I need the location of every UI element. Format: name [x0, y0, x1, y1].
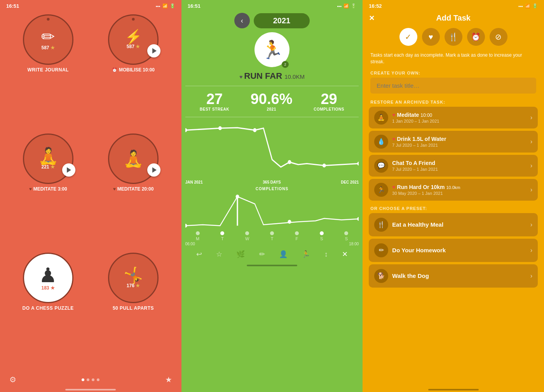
time-axis: 06:00 18:00 — [181, 242, 363, 246]
task-type-ban[interactable]: ⊘ — [490, 28, 507, 46]
habit-circle-chess: ♟ 183 ★ — [23, 253, 73, 303]
comp-dot — [235, 195, 239, 199]
meditate1-icon: 🧘 — [38, 148, 58, 164]
habit-pull-aparts[interactable]: 🤸 176 ★ 50 PULL APARTS — [93, 253, 173, 367]
archived-chat[interactable]: 💬 Chat To A Friend 7 Jul 2020 – 1 Jan 20… — [369, 155, 538, 177]
habit-circle-meditate2: 🧘 — [108, 134, 159, 184]
completions-area: COMPLETIONS — [181, 185, 363, 231]
journal-count: 587 ★ — [41, 45, 54, 50]
archived-meditate[interactable]: 🧘 ♥ Meditate 10:00 1 Jan 2020 – 1 Jan 20… — [369, 107, 538, 128]
habit-write-journal[interactable]: ✏ 587 ★ WRITE JOURNAL — [8, 14, 88, 129]
preset-dog-icon: 🐕 — [374, 269, 388, 283]
home-indicator-3 — [428, 389, 479, 390]
day-circle-w — [245, 231, 249, 235]
chevron-water: › — [530, 138, 532, 145]
mobilise-icon: ⚡ — [125, 30, 142, 44]
task-type-clock[interactable]: ⏰ — [467, 28, 485, 46]
add-task-title: Add Task — [436, 14, 471, 23]
chevron-eat: › — [530, 221, 532, 228]
day-circle-t2 — [270, 231, 274, 235]
time-left: 06:00 — [185, 242, 195, 246]
signal-icon-3: ▪▪▪ — [518, 4, 523, 9]
percent-label: 2021 — [251, 107, 293, 111]
panel-habits: 16:51 ▪▪▪ 📶 🔋 ✏ 587 ★ WRITE JOURNAL ⚡ 58… — [0, 0, 181, 392]
settings-icon[interactable]: ⚙ — [9, 375, 16, 384]
back-chevron: ‹ — [241, 17, 243, 25]
p2-header: ‹ 2021 — [181, 10, 363, 32]
run-badge: 2 — [282, 61, 289, 68]
create-own-label: CREATE YOUR OWN: — [363, 69, 544, 78]
preset-homework-icon: ✏ — [374, 243, 388, 257]
archived-chat-title: Chat To A Friend — [392, 160, 526, 166]
archived-run-title: ♥ Run Hard Or 10km 10.0km — [392, 184, 526, 190]
task-type-food[interactable]: 🍴 — [445, 28, 462, 46]
habit-circle-write-journal: ✏ 587 ★ — [23, 14, 73, 65]
page-dots — [82, 378, 99, 381]
chart-dot — [253, 128, 256, 132]
play-button-meditate1[interactable] — [62, 163, 75, 177]
play-triangle — [67, 167, 71, 173]
preset-label: OR CHOOSE A PRESET: — [363, 205, 544, 213]
streak-svg — [185, 120, 359, 179]
preset-homework[interactable]: ✏ Do Your Homework › — [369, 239, 538, 262]
habit-chess[interactable]: ♟ 183 ★ DO A CHESS PUZZLE — [8, 253, 88, 367]
star-icon-2[interactable]: ☆ — [216, 250, 222, 258]
journal-label: WRITE JOURNAL — [27, 67, 69, 73]
task-type-icons: ✓ ♥ 🍴 ⏰ ⊘ — [363, 26, 544, 50]
wifi-icon-3: 📶 — [525, 3, 530, 9]
run-circle: 🏃 2 — [255, 32, 289, 69]
play-button-meditate2[interactable] — [147, 163, 160, 177]
habit-meditate-2[interactable]: 🧘 ♥ MEDITATE 20:00 — [93, 134, 173, 248]
chart-dot — [288, 160, 291, 164]
home-indicator-1 — [65, 389, 116, 390]
streak-chart — [181, 117, 363, 179]
archived-chat-icon: 💬 — [374, 159, 388, 173]
play-button-mobilise[interactable] — [147, 44, 160, 57]
task-title-input[interactable] — [370, 78, 536, 94]
task-type-check[interactable]: ✓ — [399, 28, 417, 46]
clock-icon: ⏰ — [112, 68, 117, 73]
stat-completions: 29 COMPLETIONS — [314, 92, 344, 111]
year-badge[interactable]: 2021 — [254, 13, 310, 28]
back-button[interactable]: ‹ — [234, 13, 250, 28]
archived-run[interactable]: 🏃 ♥ Run Hard Or 10km 10.0km 30 May 2020 … — [369, 179, 538, 201]
stat-best-streak: 27 BEST STREAK — [200, 92, 229, 111]
day-circle-m — [196, 231, 200, 235]
status-icons-1: ▪▪▪ 📶 🔋 — [156, 3, 175, 9]
habit-circle-mobilise: ⚡ 587 ★ — [108, 14, 159, 65]
comp-dot — [357, 217, 359, 221]
meditate2-label: MEDITATE 20:00 — [117, 186, 154, 192]
completions-chart-label: COMPLETIONS — [185, 187, 359, 191]
task-type-heart[interactable]: ♥ — [422, 28, 440, 46]
run-bottom-icon[interactable]: 🏃 — [302, 250, 310, 258]
favorites-icon[interactable]: ★ — [165, 375, 172, 384]
archived-meditate-date: 1 Jan 2020 – 1 Jan 2021 — [392, 119, 526, 123]
task-description: Tasks start each day as incomplete. Mark… — [363, 50, 544, 69]
arrows-icon[interactable]: ↕ — [324, 250, 328, 258]
mobilise-count: 587 ★ — [127, 44, 140, 49]
streak-line — [185, 128, 359, 167]
person-icon[interactable]: 👤 — [279, 250, 288, 258]
preset-walk-dog[interactable]: 🐕 Walk the Dog › — [369, 264, 538, 288]
habit-mobilise[interactable]: ⚡ 587 ★ ⏰ MOBILISE 10:00 — [93, 14, 173, 129]
edit-icon[interactable]: ✏ — [259, 250, 265, 258]
leaf-icon[interactable]: 🌿 — [236, 250, 245, 258]
run-name: RUN FAR — [244, 71, 282, 81]
archived-water[interactable]: 💧 ♥ Drink 1.5L of Water 7 Jul 2020 – 1 J… — [369, 131, 538, 153]
completions-label: COMPLETIONS — [314, 107, 344, 111]
preset-dog-title: Walk the Dog — [392, 272, 526, 279]
preset-eat-healthy[interactable]: 🍴 Eat a Healthy Meal › — [369, 213, 538, 236]
status-icons-3: ▪▪▪ 📶 🔋 — [518, 3, 538, 9]
close-bottom[interactable]: ✕ — [342, 250, 348, 258]
habit-meditate-1[interactable]: 🧘 221 ★ ♥ MEDITATE 3:00 — [8, 134, 88, 248]
chart-dot — [185, 128, 187, 132]
share-icon[interactable]: ↩ — [196, 250, 202, 258]
archived-water-icon: 💧 — [374, 135, 388, 149]
close-button[interactable]: ✕ — [369, 14, 375, 23]
heart-icon-2: ♥ — [113, 186, 116, 192]
panel-add-task: 16:52 ▪▪▪ 📶 🔋 ✕ Add Task ✓ ♥ 🍴 ⏰ ⊘ Tasks… — [363, 0, 544, 392]
dot-3 — [92, 378, 94, 381]
archived-meditate-icon: 🧘 — [374, 111, 388, 125]
day-w: W — [245, 231, 249, 241]
preset-eat-title: Eat a Healthy Meal — [392, 221, 526, 228]
